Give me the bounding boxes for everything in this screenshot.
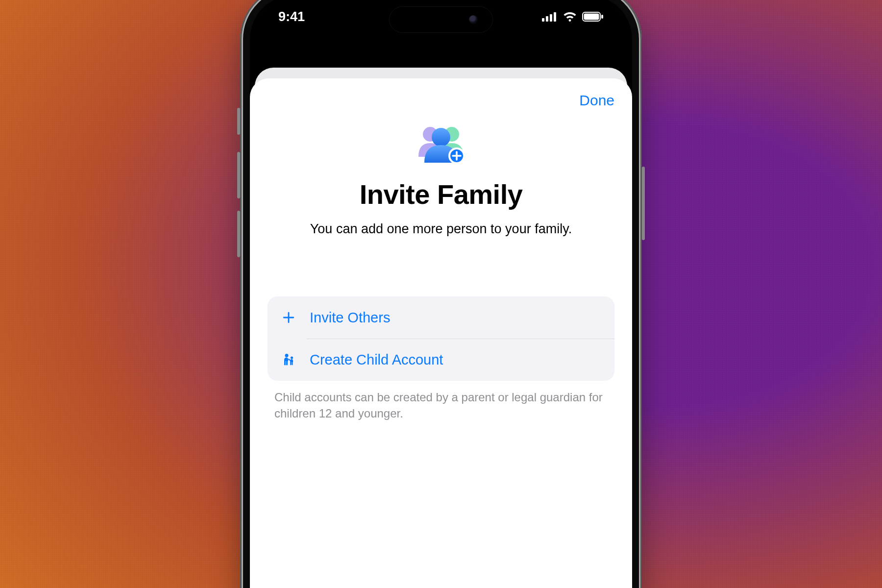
footnote: Child accounts can be created by a paren… <box>274 390 608 421</box>
svg-rect-6 <box>601 15 603 19</box>
page-subtitle: You can add one more person to your fami… <box>268 220 614 238</box>
svg-point-11 <box>285 354 289 357</box>
page-title: Invite Family <box>268 178 614 210</box>
phone-volume-up <box>237 152 240 198</box>
done-button[interactable]: Done <box>579 92 614 109</box>
invite-others-label: Invite Others <box>310 310 390 326</box>
parent-child-icon <box>280 351 297 368</box>
status-bar: 9:41 <box>250 0 632 38</box>
svg-rect-0 <box>542 18 544 22</box>
phone-volume-down <box>237 211 240 257</box>
svg-rect-5 <box>584 14 599 20</box>
svg-rect-3 <box>554 12 556 22</box>
phone-mute-switch <box>237 108 240 135</box>
invite-others-row[interactable]: Invite Others <box>268 296 614 339</box>
svg-rect-2 <box>550 14 552 22</box>
cellular-icon <box>542 12 558 22</box>
plus-icon <box>280 309 297 326</box>
svg-point-12 <box>291 357 293 359</box>
create-child-account-row[interactable]: Create Child Account <box>268 339 614 381</box>
phone-screen: 9:41 <box>250 0 632 588</box>
status-time: 9:41 <box>278 9 305 24</box>
svg-point-9 <box>432 128 450 147</box>
wifi-icon <box>563 11 577 22</box>
options-list: Invite Others Create Child Account <box>268 296 614 381</box>
svg-rect-1 <box>546 16 548 22</box>
phone-frame: 9:41 <box>240 0 642 588</box>
family-add-icon <box>412 123 470 168</box>
battery-icon <box>582 12 604 22</box>
create-child-account-label: Create Child Account <box>310 352 443 368</box>
invite-family-sheet: Done <box>250 78 632 588</box>
phone-power-button <box>642 167 645 240</box>
